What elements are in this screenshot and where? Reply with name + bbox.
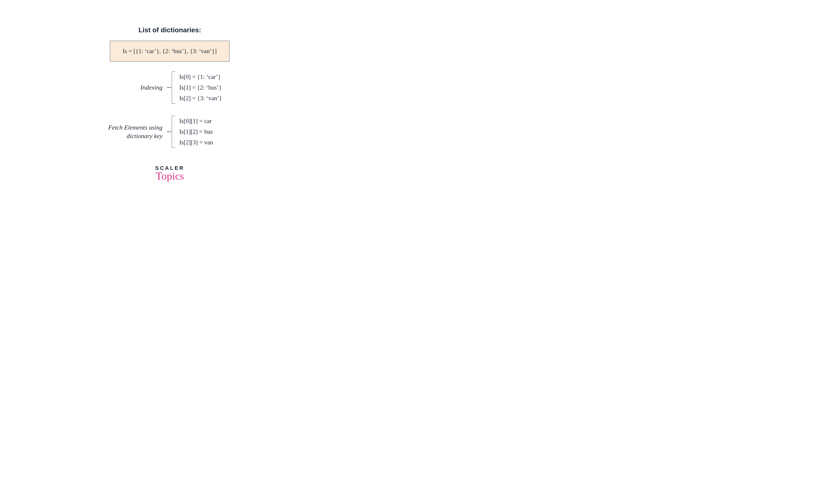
bracket-icon	[172, 116, 175, 148]
connector-line	[167, 87, 171, 88]
bracket-icon	[172, 72, 175, 103]
logo: SCALER Topics	[155, 165, 184, 182]
list-item: Is[2][3] = van	[179, 139, 213, 146]
list-item: Is[0] = {1: ‘car’}	[179, 74, 222, 80]
diagram-title: List of dictionaries:	[139, 26, 201, 34]
list-item: Is[1][2] = bus	[179, 128, 213, 135]
list-item: Is[1] = {2: ‘bus’}	[179, 84, 222, 91]
fetch-label: Fetch Elements using dictionary key	[101, 123, 167, 140]
code-text: Is = [{1: ‘car’}, {2: ‘bus’}, {3: ‘van’}…	[123, 48, 217, 55]
logo-sub-text: Topics	[155, 170, 184, 182]
fetch-label-line2: dictionary key	[127, 133, 162, 140]
connector-line	[167, 132, 171, 132]
code-box: Is = [{1: ‘car’}, {2: ‘bus’}, {3: ‘van’}…	[110, 41, 229, 62]
diagram-container: List of dictionaries: Is = [{1: ‘car’}, …	[0, 0, 340, 208]
list-item: Is[2] = {3: ‘van’}	[179, 95, 222, 102]
list-item: Is[0][1] = car	[179, 118, 213, 125]
indexing-items: Is[0] = {1: ‘car’} Is[1] = {2: ‘bus’} Is…	[179, 72, 222, 103]
fetch-section: Fetch Elements using dictionary key Is[0…	[101, 116, 213, 148]
indexing-label: Indexing	[101, 84, 167, 91]
indexing-section: Indexing Is[0] = {1: ‘car’} Is[1] = {2: …	[101, 72, 222, 103]
fetch-items: Is[0][1] = car Is[1][2] = bus Is[2][3] =…	[179, 116, 213, 148]
bracket-group: Is[0][1] = car Is[1][2] = bus Is[2][3] =…	[172, 116, 213, 148]
bracket-group: Is[0] = {1: ‘car’} Is[1] = {2: ‘bus’} Is…	[172, 72, 222, 103]
fetch-label-line1: Fetch Elements using	[108, 124, 162, 131]
